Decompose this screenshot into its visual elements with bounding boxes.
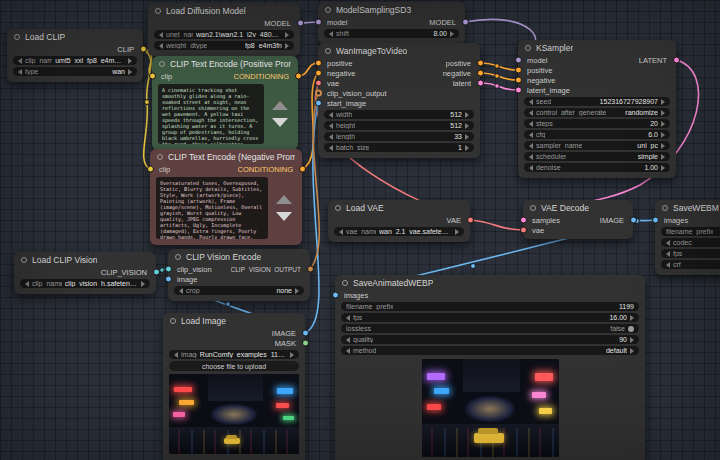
stepper-right-icon[interactable] — [630, 348, 634, 354]
stepper-left-icon[interactable] — [529, 99, 533, 105]
widget-steps[interactable]: steps 20 — [524, 119, 670, 128]
node-header[interactable]: KSampler — [518, 40, 676, 55]
stepper-right-icon[interactable] — [630, 315, 634, 321]
negative-output-slot[interactable] — [477, 70, 484, 77]
stepper-right-icon[interactable] — [128, 58, 132, 64]
widget-width[interactable]: width 512 — [324, 110, 474, 119]
widget-crop[interactable]: crop none — [174, 286, 304, 295]
collapse-icon[interactable] — [335, 205, 341, 211]
stepper-right-icon[interactable] — [141, 281, 145, 287]
stepper-right-icon[interactable] — [465, 145, 469, 151]
collapse-icon[interactable] — [159, 61, 165, 67]
widget-cfg[interactable]: cfg 6.0 — [524, 130, 670, 139]
stepper-right-icon[interactable] — [630, 337, 634, 343]
widget-image[interactable]: image RunComfy_examples_1199_1.jpg — [169, 350, 299, 359]
scroll-down-icon[interactable] — [276, 212, 292, 221]
toggle-knob-icon[interactable] — [628, 326, 634, 332]
clip-input-slot[interactable] — [149, 73, 156, 80]
vae-input-slot[interactable] — [520, 227, 527, 234]
node-vae-decode[interactable]: VAE Decode samples IMAGE vae — [523, 200, 633, 239]
widget-method[interactable]: method default — [341, 346, 639, 355]
stepper-left-icon[interactable] — [346, 348, 350, 354]
stepper-right-icon[interactable] — [661, 143, 665, 149]
widget-length[interactable]: length 33 — [324, 132, 474, 141]
widget-fps[interactable]: fps 16.00 — [341, 313, 639, 322]
collapse-icon[interactable] — [525, 45, 531, 51]
animation-preview[interactable] — [422, 359, 559, 457]
collapse-icon[interactable] — [155, 8, 161, 14]
stepper-left-icon[interactable] — [18, 58, 22, 64]
clip-input-slot[interactable] — [147, 166, 154, 173]
collapse-icon[interactable] — [530, 205, 536, 211]
collapse-icon[interactable] — [662, 205, 668, 211]
stepper-left-icon[interactable] — [529, 165, 533, 171]
reroute-dot[interactable] — [495, 84, 500, 89]
start-image-input-slot[interactable] — [315, 100, 322, 107]
node-save-webm[interactable]: SaveWEBM images filename_prefix codec fp… — [655, 200, 720, 275]
collapse-icon[interactable] — [325, 7, 331, 13]
reroute-dot[interactable] — [145, 100, 150, 105]
collapse-icon[interactable] — [170, 318, 176, 324]
stepper-left-icon[interactable] — [25, 281, 29, 287]
node-load-clip[interactable]: Load CLIP CLIP clip_name umt5_xxl_fp8_e4… — [7, 29, 143, 82]
stepper-right-icon[interactable] — [661, 132, 665, 138]
widget-crf[interactable]: crf — [661, 260, 720, 269]
conditioning-output-slot[interactable] — [295, 73, 302, 80]
model-input-slot[interactable] — [515, 57, 522, 64]
node-header[interactable]: Load Image — [163, 313, 305, 328]
clip-vision-input-slot[interactable] — [165, 266, 172, 273]
positive-input-slot[interactable] — [515, 67, 522, 74]
clip-vision-output-input-slot[interactable] — [315, 90, 322, 97]
node-header[interactable]: CLIP Text Encode (Positive Prompt) — [152, 56, 298, 71]
stepper-left-icon[interactable] — [329, 31, 333, 37]
collapse-icon[interactable] — [157, 154, 163, 160]
widget-lossless[interactable]: lossless false — [341, 324, 639, 333]
reroute-dot[interactable] — [495, 74, 500, 79]
stepper-left-icon[interactable] — [179, 288, 183, 294]
collapse-icon[interactable] — [175, 254, 181, 260]
node-ksampler[interactable]: KSampler model LATENT positive negative … — [518, 40, 676, 178]
image-input-slot[interactable] — [165, 276, 172, 283]
node-header[interactable]: SaveWEBM — [655, 200, 720, 215]
widget-codec[interactable]: codec — [661, 238, 720, 247]
node-clip-vision-encode[interactable]: CLIP Vision Encode clip_vision CLIP_VISI… — [168, 249, 310, 301]
stepper-left-icon[interactable] — [18, 69, 22, 75]
node-load-vae[interactable]: Load VAE VAE vae_name wan_2.1_vae.safete… — [328, 200, 470, 242]
clip-vision-output-output-slot[interactable] — [307, 266, 314, 273]
stepper-left-icon[interactable] — [329, 112, 333, 118]
widget-scheduler[interactable]: scheduler simple — [524, 152, 670, 161]
model-input-slot[interactable] — [315, 19, 322, 26]
stepper-right-icon[interactable] — [295, 288, 299, 294]
latent-output-slot[interactable] — [673, 57, 680, 64]
node-header[interactable]: Load Diffusion Model — [148, 3, 300, 18]
widget-filename-prefix[interactable]: filename_prefix 1199 — [341, 302, 639, 311]
choose-file-button[interactable]: choose file to upload — [169, 361, 299, 371]
vae-input-slot[interactable] — [315, 80, 322, 87]
widget-vae-name[interactable]: vae_name wan_2.1_vae.safetensors — [334, 227, 464, 236]
latent-output-slot[interactable] — [477, 80, 484, 87]
stepper-right-icon[interactable] — [661, 110, 665, 116]
stepper-left-icon[interactable] — [529, 121, 533, 127]
stepper-right-icon[interactable] — [661, 154, 665, 160]
widget-quality[interactable]: quality 90 — [341, 335, 639, 344]
stepper-left-icon[interactable] — [329, 134, 333, 140]
scroll-down-icon[interactable] — [272, 118, 288, 127]
prompt-textarea[interactable]: Oversaturated tones, Overexposed, Static… — [156, 177, 268, 239]
widget-clip-name[interactable]: clip_name umt5_xxl_fp8_e4m3fn_s... — [13, 56, 137, 65]
stepper-right-icon[interactable] — [285, 32, 289, 38]
node-header[interactable]: Load CLIP Vision — [14, 252, 156, 267]
stepper-left-icon[interactable] — [529, 110, 533, 116]
scroll-up-icon[interactable] — [272, 101, 288, 110]
samples-input-slot[interactable] — [520, 217, 527, 224]
stepper-right-icon[interactable] — [465, 112, 469, 118]
widget-seed[interactable]: seed 152316727928907 — [524, 97, 670, 106]
widget-type[interactable]: type wan — [13, 67, 137, 76]
reroute-dot[interactable] — [226, 302, 231, 307]
widget-weight-dtype[interactable]: weight_dtype fp8_e4m3fn — [154, 41, 294, 50]
stepper-right-icon[interactable] — [128, 69, 132, 75]
node-header[interactable]: VAE Decode — [523, 200, 633, 215]
image-output-slot[interactable] — [302, 330, 309, 337]
stepper-left-icon[interactable] — [666, 251, 670, 257]
widget-denoise[interactable]: denoise 1.00 — [524, 163, 670, 172]
node-header[interactable]: CLIP Text Encode (Negative Prompt) — [150, 149, 302, 164]
